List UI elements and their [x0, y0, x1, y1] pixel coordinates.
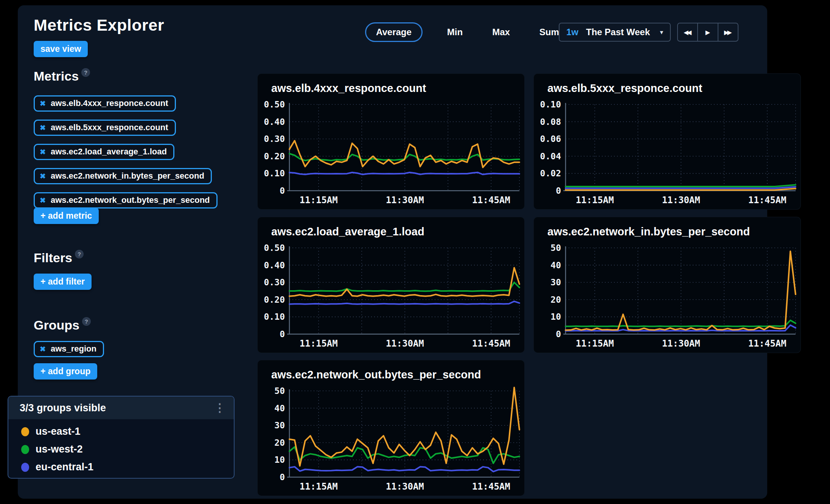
metric-chip-list: ✖aws.elb.4xxx_responce.count✖aws.elb.5xx…	[34, 95, 218, 208]
save-view-button[interactable]: save view	[34, 41, 88, 57]
rewind-icon: ◀◀	[684, 29, 692, 36]
svg-text:11:15AM: 11:15AM	[300, 338, 338, 349]
svg-text:0.40: 0.40	[264, 260, 285, 270]
svg-text:0.20: 0.20	[264, 151, 285, 161]
chip-aws.ec2.load_average_1.load[interactable]: ✖aws.ec2.load_average_1.load	[34, 144, 174, 160]
filters-heading-label: Filters	[34, 250, 72, 265]
svg-text:11:45AM: 11:45AM	[472, 338, 510, 349]
page-title: Metrics Explorer	[34, 16, 164, 34]
chip-label: aws_region	[51, 344, 96, 354]
legend-group-label: us-east-1	[36, 426, 81, 437]
legend-group-label: eu-central-1	[36, 461, 93, 473]
series-line-us-west-2	[289, 282, 519, 291]
svg-text:0.06: 0.06	[540, 134, 561, 144]
chip-aws.ec2.network_in.bytes_per_second[interactable]: ✖aws.ec2.network_in.bytes_per_second	[34, 168, 212, 184]
svg-text:0: 0	[280, 186, 285, 196]
rewind-button[interactable]: ◀◀	[678, 23, 697, 41]
series-line-eu-central-1	[289, 173, 519, 174]
remove-chip-icon[interactable]: ✖	[40, 148, 46, 156]
series-line-us-east-1	[566, 251, 796, 330]
svg-text:0: 0	[556, 186, 561, 196]
chart-plot: 5040302010011:15AM11:30AM11:45AM	[534, 217, 800, 353]
legend-item-list: us-east-1us-west-2eu-central-1	[8, 419, 234, 473]
groups-visible-header: 3/3 groups visible ⋮	[8, 397, 234, 419]
svg-text:11:45AM: 11:45AM	[748, 338, 786, 349]
series-line-us-east-1	[289, 268, 519, 296]
svg-text:11:45AM: 11:45AM	[748, 195, 786, 205]
remove-chip-icon[interactable]: ✖	[40, 100, 46, 107]
svg-text:0: 0	[280, 329, 285, 339]
svg-text:11:30AM: 11:30AM	[662, 338, 700, 349]
time-range-label: The Past Week	[586, 27, 650, 37]
svg-text:0.30: 0.30	[264, 277, 285, 287]
svg-text:20: 20	[550, 295, 561, 305]
chip-aws.elb.4xxx_responce.count[interactable]: ✖aws.elb.4xxx_responce.count	[34, 95, 176, 112]
play-icon: ▶	[706, 29, 710, 36]
svg-text:11:15AM: 11:15AM	[300, 195, 338, 205]
add-metric-button[interactable]: + add metric	[34, 208, 99, 224]
chevron-down-icon: ▾	[660, 28, 663, 36]
chart-card-aws.ec2.network_out.bytes_per_second: aws.ec2.network_out.bytes_per_second5040…	[258, 360, 524, 496]
svg-text:11:15AM: 11:15AM	[576, 195, 614, 205]
remove-chip-icon[interactable]: ✖	[40, 345, 46, 353]
help-icon[interactable]: ?	[75, 250, 84, 258]
fast-forward-button[interactable]: ▶▶	[718, 23, 738, 41]
svg-text:11:45AM: 11:45AM	[472, 195, 510, 205]
help-icon[interactable]: ?	[82, 317, 91, 326]
chip-aws.ec2.network_out.bytes_per_second[interactable]: ✖aws.ec2.network_out.bytes_per_second	[34, 192, 218, 208]
chip-label: aws.ec2.load_average_1.load	[51, 147, 167, 157]
chip-aws_region[interactable]: ✖aws_region	[34, 341, 104, 357]
svg-text:30: 30	[274, 420, 285, 430]
svg-text:0.50: 0.50	[264, 243, 285, 253]
legend-group-label: us-west-2	[36, 443, 83, 455]
group-chip-list: ✖aws_region	[34, 341, 104, 357]
svg-text:30: 30	[550, 277, 561, 287]
remove-chip-icon[interactable]: ✖	[40, 124, 46, 131]
svg-text:0: 0	[280, 472, 285, 482]
svg-text:11:30AM: 11:30AM	[662, 195, 700, 205]
legend-item-us-west-2[interactable]: us-west-2	[21, 443, 234, 456]
help-icon[interactable]: ?	[81, 68, 90, 77]
filters-heading: Filters?	[34, 250, 84, 265]
svg-text:0.04: 0.04	[540, 151, 561, 161]
chart-plot: 0.500.400.300.200.10011:15AM11:30AM11:45…	[258, 217, 524, 353]
legend-item-eu-central-1[interactable]: eu-central-1	[21, 461, 234, 473]
add-filter-button[interactable]: + add filter	[34, 274, 92, 290]
aggregation-max[interactable]: Max	[487, 22, 515, 42]
legend-color-dot	[21, 427, 29, 436]
svg-text:0.20: 0.20	[264, 295, 285, 305]
chart-plot: 5040302010011:15AM11:30AM11:45AM	[258, 360, 524, 496]
aggregation-average[interactable]: Average	[365, 22, 423, 42]
metrics-heading: Metrics?	[34, 69, 90, 84]
aggregation-min[interactable]: Min	[442, 22, 468, 42]
svg-text:10: 10	[550, 312, 561, 322]
groups-heading: Groups?	[34, 318, 91, 333]
chart-card-aws.ec2.network_in.bytes_per_second: aws.ec2.network_in.bytes_per_second50403…	[534, 217, 800, 353]
chip-aws.elb.5xxx_responce.count[interactable]: ✖aws.elb.5xxx_responce.count	[34, 120, 176, 136]
svg-text:0: 0	[556, 329, 561, 339]
remove-chip-icon[interactable]: ✖	[40, 197, 46, 204]
play-button[interactable]: ▶	[697, 23, 717, 41]
chip-label: aws.ec2.network_out.bytes_per_second	[51, 195, 210, 205]
legend-color-dot	[21, 445, 29, 454]
legend-item-us-east-1[interactable]: us-east-1	[21, 425, 234, 438]
svg-text:11:30AM: 11:30AM	[386, 481, 424, 492]
metrics-explorer-app: Metrics Explorer save view AverageMinMax…	[0, 0, 830, 504]
series-line-us-east-1	[289, 141, 519, 168]
time-range-selector[interactable]: 1w The Past Week ▾	[559, 23, 671, 42]
svg-text:50: 50	[274, 386, 285, 396]
svg-text:11:15AM: 11:15AM	[300, 481, 338, 492]
series-line-eu-central-1	[289, 467, 519, 472]
kebab-menu-icon[interactable]: ⋮	[214, 402, 225, 414]
chart-card-aws.elb.4xxx_responce.count: aws.elb.4xxx_responce.count0.500.400.300…	[258, 74, 524, 209]
svg-text:10: 10	[274, 455, 285, 465]
svg-text:11:15AM: 11:15AM	[576, 338, 614, 349]
chart-plot: 0.100.080.060.040.02011:15AM11:30AM11:45…	[534, 74, 800, 209]
add-group-button[interactable]: + add group	[34, 363, 97, 380]
chip-label: aws.elb.5xxx_responce.count	[51, 123, 168, 132]
remove-chip-icon[interactable]: ✖	[40, 173, 46, 180]
series-line-us-west-2	[566, 320, 796, 327]
metrics-heading-label: Metrics	[34, 69, 79, 83]
svg-text:0.10: 0.10	[540, 100, 561, 109]
svg-text:0.30: 0.30	[264, 134, 285, 144]
